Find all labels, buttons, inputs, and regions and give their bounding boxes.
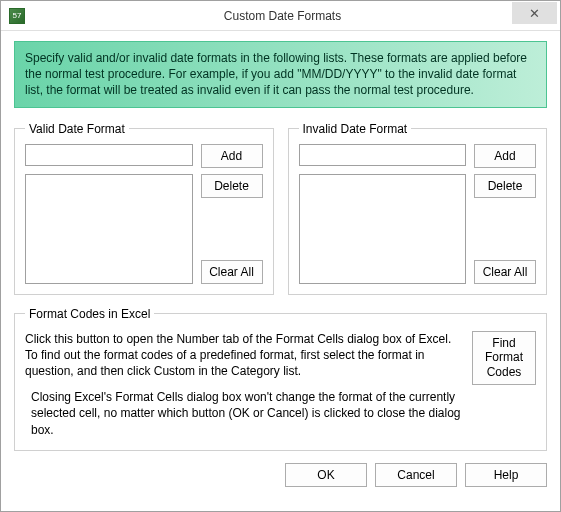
invalid-grid: Add Delete Clear All <box>299 144 537 284</box>
valid-legend: Valid Date Format <box>25 122 129 136</box>
invalid-legend: Invalid Date Format <box>299 122 412 136</box>
invalid-format-group: Invalid Date Format Add Delete Clear All <box>288 122 548 295</box>
codes-paragraph-1: Click this button to open the Number tab… <box>25 331 462 380</box>
cancel-button[interactable]: Cancel <box>375 463 457 487</box>
close-button[interactable]: ✕ <box>512 2 557 24</box>
valid-delete-button[interactable]: Delete <box>201 174 263 198</box>
close-icon: ✕ <box>529 6 540 21</box>
dialog-window: 57 Custom Date Formats ✕ Specify valid a… <box>0 0 561 512</box>
app-icon: 57 <box>9 8 25 24</box>
codes-legend: Format Codes in Excel <box>25 307 154 321</box>
titlebar: 57 Custom Date Formats ✕ <box>1 1 560 31</box>
dialog-body: Specify valid and/or invalid date format… <box>1 31 560 511</box>
invalid-delete-button[interactable]: Delete <box>474 174 536 198</box>
valid-format-input[interactable] <box>25 144 193 166</box>
window-title: Custom Date Formats <box>25 9 560 23</box>
codes-inner: Click this button to open the Number tab… <box>25 331 536 438</box>
formats-row: Valid Date Format Add Delete Clear All I… <box>14 122 547 295</box>
valid-format-list[interactable] <box>25 174 193 284</box>
valid-format-group: Valid Date Format Add Delete Clear All <box>14 122 274 295</box>
find-format-codes-button[interactable]: Find Format Codes <box>472 331 536 385</box>
invalid-add-button[interactable]: Add <box>474 144 536 168</box>
ok-button[interactable]: OK <box>285 463 367 487</box>
valid-grid: Add Delete Clear All <box>25 144 263 284</box>
invalid-clear-all-button[interactable]: Clear All <box>474 260 536 284</box>
valid-add-button[interactable]: Add <box>201 144 263 168</box>
help-button[interactable]: Help <box>465 463 547 487</box>
invalid-format-input[interactable] <box>299 144 467 166</box>
codes-text: Click this button to open the Number tab… <box>25 331 462 438</box>
info-banner: Specify valid and/or invalid date format… <box>14 41 547 108</box>
invalid-format-list[interactable] <box>299 174 467 284</box>
valid-clear-all-button[interactable]: Clear All <box>201 260 263 284</box>
format-codes-group: Format Codes in Excel Click this button … <box>14 307 547 451</box>
dialog-button-row: OK Cancel Help <box>14 451 547 487</box>
codes-paragraph-2: Closing Excel's Format Cells dialog box … <box>31 389 462 438</box>
